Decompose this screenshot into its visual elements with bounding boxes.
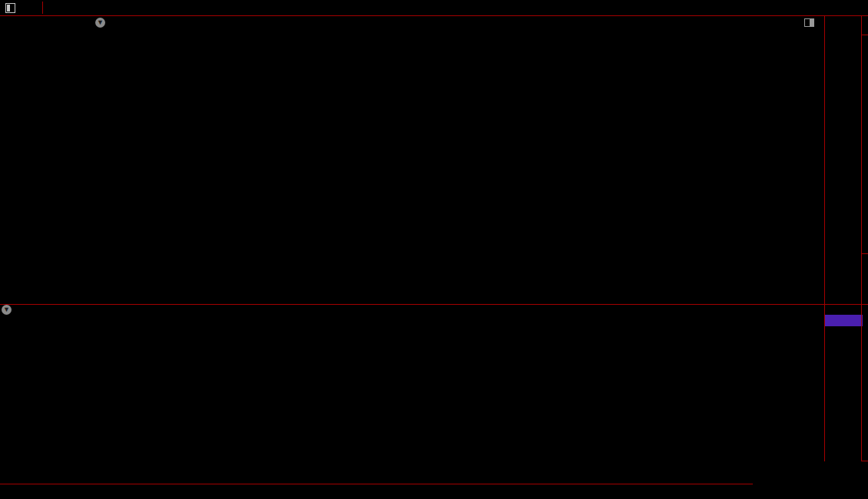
right-strip-divider xyxy=(862,35,868,35)
right-strip-divider xyxy=(862,253,868,254)
top-toolbar xyxy=(0,0,868,15)
indicator-chart[interactable] xyxy=(0,316,824,484)
chevron-down-circle-icon[interactable]: ▼ xyxy=(2,305,12,315)
watermark xyxy=(753,461,868,499)
indicator-header: ▼ xyxy=(0,305,822,316)
price-axis-line xyxy=(824,15,825,495)
toolbar-divider xyxy=(42,2,43,14)
date-axis-border-top xyxy=(0,484,868,484)
main-candlestick-chart[interactable] xyxy=(0,21,824,304)
indicator-value-box xyxy=(825,315,863,326)
right-strip xyxy=(862,16,868,498)
split-square-icon[interactable] xyxy=(5,3,15,13)
toolbar-border xyxy=(0,15,868,16)
app-window: ▼ ▼ xyxy=(0,0,868,499)
bottom-strip xyxy=(0,495,868,499)
